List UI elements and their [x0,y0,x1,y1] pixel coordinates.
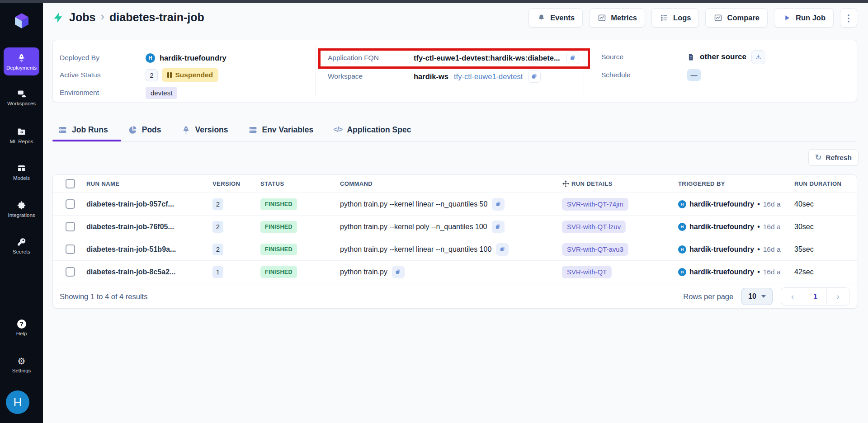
sidebar-item-deployments[interactable]: Deployments [4,47,39,75]
sidebar-item-help[interactable]: ? Help [0,320,43,336]
rows-per-page-select[interactable]: 10 [741,288,773,305]
grid-table-icon [17,163,27,173]
avatar-letter: H [14,395,22,409]
more-options-button[interactable]: ⋮ [840,8,857,28]
triggered-by-avatar: H [678,268,686,276]
schedule-badge: — [687,69,701,81]
run-details-badge[interactable]: SVR-with-QT-lzuv [562,221,626,233]
pause-icon [167,72,172,78]
table-row: diabetes-train-job-76f05... 2 FINISHED p… [53,216,857,238]
row-checkbox[interactable] [66,222,75,231]
row-checkbox[interactable] [66,267,75,277]
compare-button[interactable]: Compare [705,8,768,28]
tab-versions[interactable]: Versions [181,125,228,135]
triggered-when: 16d a [763,268,781,276]
sidebar-item-secrets[interactable]: Secrets [0,237,43,254]
source-label: Source [601,53,687,61]
metrics-button[interactable]: Metrics [589,8,645,28]
triggered-by-name: hardik-truefoundry [689,223,754,231]
sidebar-item-models[interactable]: Models [0,163,43,181]
tab-env-variables[interactable]: Env Variables [248,125,314,135]
column-header-run-name[interactable]: RUN NAME [86,180,212,187]
status-badge: FINISHED [260,221,297,233]
run-details-badge[interactable]: SVR-with-QT-avu3 [562,243,628,256]
schedule-label: Schedule [601,71,687,79]
column-header-command[interactable]: COMMAND [340,180,562,187]
tab-label: Versions [195,125,228,135]
user-avatar[interactable]: H [6,390,29,414]
table-header-row: RUN NAME VERSION STATUS COMMAND RUN DETA… [53,175,857,193]
row-checkbox[interactable] [66,244,75,254]
download-source-button[interactable] [751,50,765,64]
events-button[interactable]: Events [528,8,583,28]
folder-icon [17,127,27,136]
sidebar-item-label: Settings [12,368,31,373]
triggered-by-avatar: H [678,245,686,254]
column-header-run-details[interactable]: RUN DETAILS [562,180,678,188]
rocket-icon [181,125,191,135]
run-job-button[interactable]: Run Job [774,8,834,28]
chevron-right-icon: › [100,9,104,24]
sidebar-item-integrations[interactable]: Integrations [0,200,43,218]
run-details-badge[interactable]: SVR-with-QT-74jm [562,198,628,211]
application-fqn-value: tfy-ctl-euwe1-devtest:hardik-ws:diabete.… [414,54,560,62]
copy-fqn-button[interactable] [566,52,579,64]
breadcrumb: Jobs › diabetes-train-job [52,11,204,24]
prev-page-button[interactable]: ‹ [781,288,804,305]
copy-command-button[interactable] [492,221,505,233]
rows-per-page-label: Rows per page [683,292,733,301]
copy-workspace-button[interactable] [528,70,541,83]
compare-button-label: Compare [727,14,760,22]
triggered-when: 16d a [763,223,781,231]
sidebar-item-label: ML Repos [10,139,33,144]
triggered-by-avatar: H [678,223,686,231]
sidebar-item-settings[interactable]: ⚙ Settings [0,357,43,373]
run-details-badge[interactable]: SVR-with-QT [562,266,612,278]
sidebar-item-label: Deployments [6,65,37,70]
bullet-separator: • [757,223,760,231]
run-name-link[interactable]: diabetes-train-job-76f05... [86,223,212,231]
deployed-by-avatar: H [146,53,155,63]
logs-button[interactable]: Logs [651,8,699,28]
sidebar-item-label: Secrets [13,249,30,254]
run-name-link[interactable]: diabetes-train-job-51b9a... [86,245,212,254]
column-header-status[interactable]: STATUS [260,180,340,187]
page-title: diabetes-train-job [109,11,204,24]
tab-label: Pods [142,125,161,135]
run-name-link[interactable]: diabetes-train-job-957cf... [86,200,212,208]
events-button-label: Events [550,14,575,22]
pie-chart-icon [128,125,137,135]
question-mark-icon: ? [17,320,26,329]
current-page-button[interactable]: 1 [804,288,826,305]
line-chart-icon [597,14,606,23]
gear-icon: ⚙ [18,357,26,366]
workspace-cluster-link[interactable]: tfy-ctl-euwe1-devtest [454,72,523,81]
tab-job-runs[interactable]: Job Runs [58,125,108,135]
run-duration: 35sec [794,245,857,254]
run-name-link[interactable]: diabetes-train-job-8c5a2... [86,268,212,276]
row-checkbox[interactable] [66,199,75,209]
refresh-button[interactable]: ↻ Refresh [808,149,859,166]
code-icon: </> [333,126,342,134]
version-badge: 2 [212,244,223,255]
copy-command-button[interactable] [496,243,509,256]
sidebar-item-workspaces[interactable]: Workspaces [0,89,43,106]
run-duration: 30sec [794,223,857,231]
tab-pods[interactable]: Pods [128,125,161,135]
divider [584,46,584,96]
triggered-when: 16d a [763,245,781,254]
truefoundry-logo-icon[interactable] [13,12,31,30]
column-header-run-duration[interactable]: RUN DURATION [794,180,857,187]
copy-command-button[interactable] [392,266,405,278]
column-header-version[interactable]: VERSION [212,180,260,187]
triggered-by-name: hardik-truefoundry [689,245,754,254]
sidebar-item-ml-repos[interactable]: ML Repos [0,127,43,144]
suspended-status-badge: Suspended [162,68,218,82]
refresh-icon: ↻ [815,154,821,161]
breadcrumb-jobs-link[interactable]: Jobs [69,11,95,24]
copy-command-button[interactable] [492,198,505,211]
column-header-triggered-by[interactable]: TRIGGERED BY [678,180,794,187]
next-page-button[interactable]: › [826,288,849,305]
select-all-checkbox[interactable] [66,179,75,188]
tab-application-spec[interactable]: </> Application Spec [333,125,411,135]
